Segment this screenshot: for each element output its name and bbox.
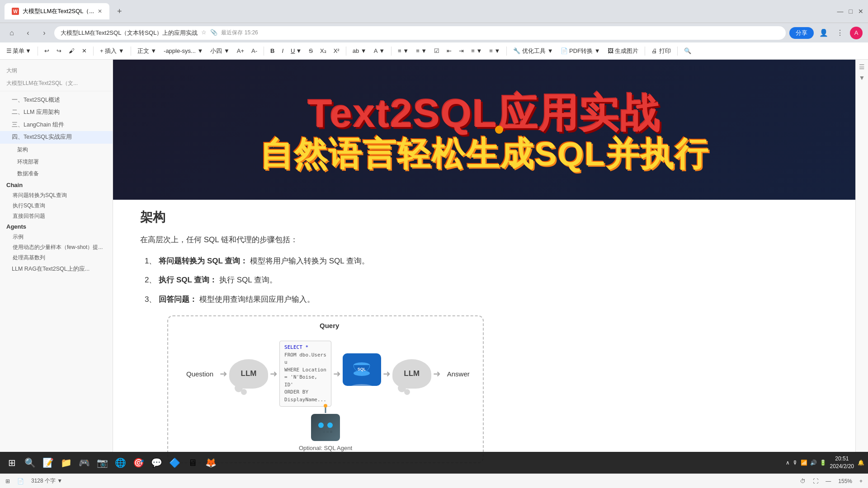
highlight-button[interactable]: ab ▼: [350, 46, 369, 56]
taskbar-wps[interactable]: 📝: [40, 455, 56, 471]
answer-label: Answer: [447, 370, 470, 378]
zoom-level: 155%: [838, 478, 852, 484]
font-size-decrease[interactable]: A-: [249, 46, 260, 56]
status-history[interactable]: ⏱: [800, 478, 806, 484]
sidebar-item-agents[interactable]: Agents: [0, 221, 113, 232]
taskbar-search[interactable]: 🔍: [22, 455, 38, 471]
tray-notification[interactable]: 🔔: [858, 460, 864, 466]
taskbar-app6[interactable]: 🎯: [130, 455, 146, 471]
italic-button[interactable]: I: [279, 46, 286, 56]
close-btn[interactable]: ✕: [858, 8, 863, 15]
step-2-bold: 执行 SQL 查询：: [159, 276, 217, 284]
status-icon-2[interactable]: 📄: [17, 478, 24, 484]
status-fullscreen[interactable]: ⛶: [813, 478, 818, 484]
sidebar-item-example[interactable]: 示例: [0, 232, 113, 242]
right-panel-icon-2[interactable]: ▼: [859, 74, 865, 81]
subscript-button[interactable]: X₂: [317, 46, 329, 56]
undo-button[interactable]: ↩: [42, 46, 52, 56]
superscript-button[interactable]: X²: [331, 46, 342, 56]
checklist[interactable]: ☑: [431, 46, 442, 56]
generate-image[interactable]: 🖼 生成图片: [605, 46, 642, 56]
tray-expand[interactable]: ∧: [786, 460, 790, 466]
share-button[interactable]: 分享: [789, 27, 814, 39]
sidebar-item-high-cardinality[interactable]: 处理高基数列: [0, 253, 113, 263]
sidebar-item-langchain[interactable]: 三、LangChain 组件: [0, 119, 113, 131]
back-btn[interactable]: ‹: [22, 27, 34, 39]
status-icon-1[interactable]: ⊞: [5, 478, 10, 484]
sidebar-item-llm-arch[interactable]: 二、LLM 应用架构: [0, 106, 113, 119]
sidebar-item-data-prep[interactable]: 数据准备: [0, 168, 113, 180]
font-size-increase[interactable]: A+: [234, 46, 247, 56]
word-count: 3128 个字 ▼: [31, 477, 62, 485]
clear-format[interactable]: ✕: [79, 46, 90, 56]
indent-left[interactable]: ⇤: [444, 46, 454, 56]
list-ordered[interactable]: ≡ ▼: [413, 46, 429, 56]
toolbar-separator-9: [677, 47, 678, 56]
new-tab-button[interactable]: +: [113, 5, 126, 18]
sidebar-item-sql-convert[interactable]: 将问题转换为SQL查询: [0, 190, 113, 201]
minimize-btn[interactable]: —: [837, 8, 844, 15]
taskbar-app10[interactable]: 🦊: [203, 455, 219, 471]
status-zoom-out[interactable]: —: [826, 478, 831, 484]
font-color[interactable]: A ▼: [371, 46, 387, 56]
home-btn[interactable]: ⌂: [5, 27, 18, 39]
optional-agent-label: Optional: SQL Agent: [299, 445, 352, 451]
sidebar-item-rag[interactable]: LLM RAG在Text2SQL上的应...: [0, 263, 113, 276]
tray-mic[interactable]: 🎙: [793, 460, 798, 466]
star-icon[interactable]: ☆: [201, 29, 207, 37]
status-zoom-in[interactable]: +: [859, 478, 863, 484]
settings-icon[interactable]: ⋮: [834, 27, 846, 39]
taskbar-start[interactable]: ⊞: [4, 455, 20, 471]
pdf-menu[interactable]: 📄 PDF转换 ▼: [558, 46, 603, 56]
font-size[interactable]: 小四 ▼: [208, 46, 232, 56]
tray-wifi[interactable]: 📶: [801, 460, 807, 466]
sidebar-item-text2sql-practice[interactable]: 四、Text2SQL实战应用: [0, 131, 113, 144]
llm-cloud-2: LLM: [392, 359, 431, 389]
taskbar-app8[interactable]: 🔷: [166, 455, 183, 471]
print-button[interactable]: 🖨 打印: [649, 46, 674, 56]
paragraph-style[interactable]: 正文 ▼: [135, 46, 159, 56]
indent-right[interactable]: ⇥: [456, 46, 467, 56]
toolbar-separator-1: [38, 47, 38, 56]
tab-close-btn[interactable]: ✕: [98, 8, 102, 14]
underline-button[interactable]: U ▼: [288, 46, 304, 56]
strikethrough-button[interactable]: S: [306, 46, 316, 56]
insert-menu[interactable]: + 插入 ▼: [97, 46, 127, 56]
taskbar-chrome[interactable]: 🌐: [112, 455, 128, 471]
sidebar-item-architecture[interactable]: 架构: [0, 144, 113, 156]
active-tab[interactable]: W 大模型LLM在Text2SQL（... ✕: [5, 3, 109, 19]
taskbar-explorer[interactable]: 📁: [58, 455, 74, 471]
search-button[interactable]: 🔍: [681, 46, 694, 56]
sidebar-item-sql-execute[interactable]: 执行SQL查询: [0, 201, 113, 211]
taskbar-app7[interactable]: 💬: [148, 455, 165, 471]
menu-button[interactable]: ☰ 菜单 ▼: [4, 46, 34, 56]
sidebar-item-direct-answer[interactable]: 直接回答问题: [0, 211, 113, 221]
tray-battery[interactable]: 🔋: [820, 460, 826, 466]
redo-button[interactable]: ↪: [54, 46, 64, 56]
format-painter[interactable]: 🖌: [66, 46, 77, 56]
sidebar-item-env-deploy[interactable]: 环境部署: [0, 156, 113, 168]
taskbar-app4[interactable]: 📷: [94, 455, 110, 471]
line-spacing[interactable]: ≡ ▼: [486, 46, 503, 56]
font-family[interactable]: -apple-sys... ▼: [161, 46, 206, 56]
arrow-1: ➜: [220, 368, 227, 379]
forward-btn[interactable]: ›: [38, 27, 51, 39]
tools-menu[interactable]: 🔧 优化工具 ▼: [510, 46, 556, 56]
taskbar-app9[interactable]: 🖥: [184, 455, 201, 471]
bookmark-icon[interactable]: 📎: [210, 29, 217, 37]
tray-volume[interactable]: 🔊: [810, 460, 817, 466]
sidebar-item-chain[interactable]: Chain: [0, 180, 113, 190]
align-menu[interactable]: ≡ ▼: [468, 46, 485, 56]
toolbar-separator-7: [506, 47, 507, 56]
intro-paragraph: 在高层次上，任何 SQL 链和代理的步骤包括：: [140, 233, 583, 247]
taskbar-app3[interactable]: 🎮: [76, 455, 92, 471]
time-display[interactable]: 20:51 2024/2/20: [830, 455, 854, 470]
user-icon[interactable]: 👤: [817, 27, 830, 39]
sidebar-item-fewshot[interactable]: 使用动态的少量样本（few-shot）提...: [0, 242, 113, 253]
sidebar-item-text2sql-overview[interactable]: 一、Text2SQL概述: [0, 94, 113, 107]
right-panel-icon-1[interactable]: ☰: [859, 63, 865, 70]
address-bar[interactable]: 大模型LLM在Text2SQL（文本转SQL）上的应用实战 ☆ 📎 最近保存 1…: [54, 26, 786, 40]
bold-button[interactable]: B: [268, 46, 277, 56]
maximize-btn[interactable]: □: [849, 8, 853, 15]
list-unordered[interactable]: ≡ ▼: [395, 46, 411, 56]
